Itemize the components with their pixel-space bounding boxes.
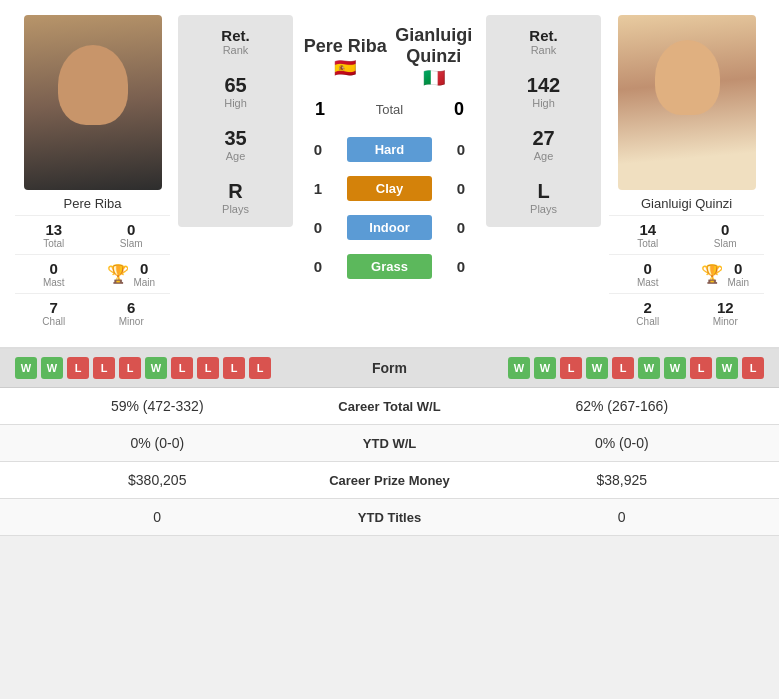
right-plays-item: L Plays [530,180,557,215]
right-high-label: High [527,97,560,109]
form-right-badge-3: W [586,357,608,379]
form-left-badge-8: L [223,357,245,379]
grass-badge: Grass [347,254,432,279]
right-minor-value: 12 [717,299,734,316]
left-slam-label: Slam [120,238,143,249]
left-mid-panel: Ret. Rank 65 High 35 Age R Plays [178,15,293,227]
form-right-badge-8: W [716,357,738,379]
right-slam-cell: 0 Slam [687,215,765,254]
right-chall-cell: 2 Chall [609,293,687,332]
left-flag: 🇪🇸 [334,57,356,79]
hard-left-score: 0 [306,141,330,158]
stat-left-val-2: $380,205 [15,472,300,488]
surface-row-hard: 0 Hard 0 [301,133,478,166]
stat-center-lbl-1: YTD W/L [300,436,480,451]
top-section: Pere Riba 13 Total 0 Slam 0 Mast 🏆 0 [0,0,779,347]
clay-right-score: 0 [449,180,473,197]
left-high-value: 65 [224,74,247,97]
left-trophy-icon: 🏆 [107,263,129,285]
left-rank-item: Ret. Rank [221,27,249,56]
right-main-label: Main [727,277,749,288]
form-left-badge-3: L [93,357,115,379]
stat-right-val-2: $38,925 [480,472,765,488]
left-plays-value: R [222,180,249,203]
left-center-name: Pere Riba [304,36,387,57]
indoor-right-score: 0 [449,219,473,236]
left-plays-item: R Plays [222,180,249,215]
right-high-item: 142 High [527,74,560,109]
surface-row-clay: 1 Clay 0 [301,172,478,205]
left-rank-value: Ret. [221,27,249,44]
form-left-badge-1: W [41,357,63,379]
stat-row-0: 59% (472-332)Career Total W/L62% (267-16… [0,388,779,425]
left-chall-cell: 7 Chall [15,293,93,332]
right-main-value: 0 [734,260,742,277]
left-age-item: 35 Age [224,127,246,162]
right-mid-panel: Ret. Rank 142 High 27 Age L Plays [486,15,601,227]
right-slam-value: 0 [721,221,729,238]
right-trophy-icon: 🏆 [701,263,723,285]
left-rank-label: Rank [221,44,249,56]
player-left-block: Pere Riba 13 Total 0 Slam 0 Mast 🏆 0 [15,15,170,332]
left-main-value: 0 [140,260,148,277]
stat-center-lbl-3: YTD Titles [300,510,480,525]
clay-left-score: 1 [306,180,330,197]
right-plays-label: Plays [530,203,557,215]
left-high-item: 65 High [224,74,247,109]
left-main-label: Main [133,277,155,288]
right-age-value: 27 [532,127,554,150]
surface-row-indoor: 0 Indoor 0 [301,211,478,244]
form-row: WWLLLWLLLL Form WWLWLWWLWL [0,349,779,388]
stat-right-val-1: 0% (0-0) [480,435,765,451]
form-label: Form [330,360,450,376]
left-mast-value: 0 [50,260,58,277]
left-chall-label: Chall [42,316,65,327]
left-age-label: Age [224,150,246,162]
right-rank-value: Ret. [529,27,557,44]
form-right-badge-5: W [638,357,660,379]
right-trophy-icon-cell: 🏆 0 Main [687,254,765,293]
form-left-badge-2: L [67,357,89,379]
form-right-badge-7: L [690,357,712,379]
left-high-label: High [224,97,247,109]
stat-center-lbl-2: Career Prize Money [300,473,480,488]
left-slam-cell: 0 Slam [93,215,171,254]
surface-row-grass: 0 Grass 0 [301,250,478,283]
form-right-badge-2: L [560,357,582,379]
left-minor-cell: 6 Minor [93,293,171,332]
form-left-badge-4: L [119,357,141,379]
left-plays-label: Plays [222,203,249,215]
form-right-badge-6: W [664,357,686,379]
player-right-stats: 14 Total 0 Slam 0 Mast 🏆 0 Main [609,215,764,332]
total-line: 1 Total 0 [301,95,478,124]
stat-left-val-3: 0 [15,509,300,525]
right-plays-value: L [530,180,557,203]
right-mast-cell: 0 Mast [609,254,687,293]
right-slam-label: Slam [714,238,737,249]
left-name-flag: Pere Riba 🇪🇸 [301,36,390,79]
form-left-badge-9: L [249,357,271,379]
app-container: Pere Riba 13 Total 0 Slam 0 Mast 🏆 0 [0,0,779,536]
player-right-photo [618,15,756,190]
right-name-flag: Gianluigi Quinzi 🇮🇹 [390,25,479,89]
right-chall-value: 2 [644,299,652,316]
form-left: WWLLLWLLLL [15,357,330,379]
left-age-value: 35 [224,127,246,150]
right-minor-cell: 12 Minor [687,293,765,332]
left-total-label: Total [43,238,64,249]
stat-center-lbl-0: Career Total W/L [300,399,480,414]
grass-left-score: 0 [306,258,330,275]
stat-left-val-1: 0% (0-0) [15,435,300,451]
left-minor-label: Minor [119,316,144,327]
right-total-cell: 14 Total [609,215,687,254]
left-total-cell: 13 Total [15,215,93,254]
right-total-value: 14 [639,221,656,238]
form-right: WWLWLWWLWL [450,357,765,379]
form-right-badge-9: L [742,357,764,379]
form-left-badge-0: W [15,357,37,379]
right-rank-item: Ret. Rank [529,27,557,56]
right-age-label: Age [532,150,554,162]
right-rank-label: Rank [529,44,557,56]
indoor-left-score: 0 [306,219,330,236]
right-high-value: 142 [527,74,560,97]
